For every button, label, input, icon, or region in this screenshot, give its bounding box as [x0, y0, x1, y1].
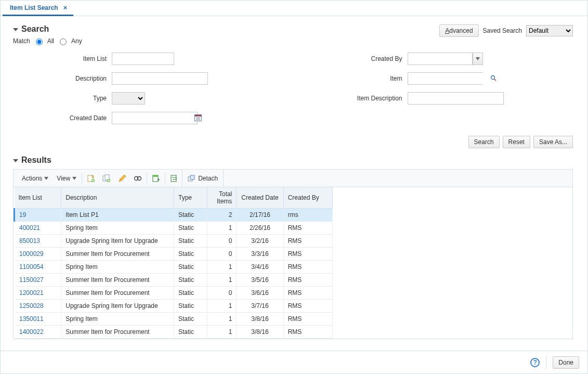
cell-item-list[interactable]: 1250028 [15, 300, 61, 313]
create-from-existing-icon[interactable] [99, 170, 114, 187]
col-item-list[interactable]: Item List [15, 187, 61, 209]
cell-created-by: RMS [283, 274, 332, 287]
cell-total-items: 0 [207, 287, 237, 300]
table-row[interactable]: 1150027Summer Item for ProcurementStatic… [15, 274, 333, 287]
cell-item-list[interactable]: 1200021 [15, 287, 61, 300]
detach-button[interactable]: Detach [182, 170, 224, 187]
cell-item-list[interactable]: 19 [15, 209, 61, 222]
cell-total-items: 1 [207, 261, 237, 274]
col-created-by[interactable]: Created By [283, 187, 332, 209]
table-row[interactable]: 850013Upgrade Spring Item for UpgradeSta… [15, 235, 333, 248]
cell-description: Summer Item for Procurement [61, 274, 174, 287]
cell-item-list[interactable]: 1000029 [15, 248, 61, 261]
advanced-button[interactable]: Advanced [439, 24, 478, 37]
col-created-date[interactable]: Created Date [237, 187, 283, 209]
table-row[interactable]: 400021Spring ItemStatic12/26/16RMS [15, 222, 333, 235]
calendar-icon[interactable] [194, 114, 202, 123]
actions-menu[interactable]: Actions [18, 170, 53, 187]
input-item[interactable] [408, 73, 490, 84]
table-row[interactable]: 1000029Summer Item for ProcurementStatic… [15, 248, 333, 261]
table-row[interactable]: 1400022Summer Item for ProcurementStatic… [15, 326, 333, 339]
col-description[interactable]: Description [61, 187, 174, 209]
tab-item-list-search[interactable]: Item List Search × [3, 1, 73, 16]
label-item-description: Item Description [309, 95, 408, 102]
field-type: Type [13, 92, 278, 105]
cell-type: Static [174, 235, 207, 248]
cell-created-date: 3/5/16 [237, 274, 283, 287]
save-as-button[interactable]: Save As... [533, 136, 573, 148]
match-all-radio[interactable] [36, 38, 43, 45]
table-row[interactable]: 19Item List P1Static22/17/16rms [15, 209, 333, 222]
reset-button[interactable]: Reset [503, 136, 530, 148]
detach-icon [188, 175, 195, 182]
help-icon[interactable]: ? [530, 358, 540, 367]
cell-created-date: 3/3/16 [237, 248, 283, 261]
cell-type: Static [174, 300, 207, 313]
svg-marker-20 [119, 175, 126, 182]
cell-type: Static [174, 209, 207, 222]
wrap-icon[interactable] [166, 170, 182, 187]
cell-description: Spring Item [61, 222, 174, 235]
close-icon[interactable]: × [63, 4, 68, 11]
cell-item-list[interactable]: 1400022 [15, 326, 61, 339]
input-created-date[interactable] [112, 112, 194, 124]
cell-description: Upgrade Spring Item for Upgrade [61, 300, 174, 313]
results-section-header[interactable]: Results [13, 156, 573, 165]
cell-total-items: 2 [207, 209, 237, 222]
input-created-by[interactable] [408, 53, 473, 65]
select-type[interactable] [112, 92, 145, 105]
view-menu[interactable]: View [53, 170, 81, 187]
footer: ? Done [1, 351, 587, 373]
input-item-list[interactable] [112, 53, 174, 65]
create-icon[interactable] [83, 170, 99, 187]
cell-description: Summer Item for Procurement [61, 248, 174, 261]
search-icon[interactable] [490, 75, 496, 83]
cell-created-by: RMS [283, 287, 332, 300]
cell-created-date: 2/26/16 [237, 222, 283, 235]
table-row[interactable]: 1250028Upgrade Spring Item for UpgradeSt… [15, 300, 333, 313]
search-button-row: Search Reset Save As... [13, 136, 573, 148]
view-icon[interactable] [130, 170, 146, 187]
table-row[interactable]: 1100054Spring ItemStatic13/4/16RMS [15, 261, 333, 274]
export-icon[interactable] [148, 170, 164, 187]
results-toolbar: Actions View [13, 169, 573, 187]
disclosure-icon [13, 28, 18, 31]
svg-marker-9 [72, 177, 76, 180]
search-header-row: Search Match All Any Advanced Saved Sear… [13, 24, 573, 49]
cell-item-list[interactable]: 850013 [15, 235, 61, 248]
cell-description: Summer Item for Procurement [61, 287, 174, 300]
date-input-wrap [112, 112, 198, 124]
svg-point-6 [491, 75, 494, 79]
col-type[interactable]: Type [174, 187, 207, 209]
cell-created-date: 3/6/16 [237, 287, 283, 300]
field-description: Description [13, 72, 278, 85]
cell-item-list[interactable]: 1100054 [15, 261, 61, 274]
search-col-left: Item List Description Type Created Date [13, 53, 278, 132]
lov-button-created-by[interactable] [473, 53, 483, 65]
app-frame: Item List Search × Search Match All Any [0, 0, 588, 374]
body-scroll[interactable]: Search Match All Any Advanced Saved Sear… [1, 16, 587, 351]
search-section-header[interactable]: Search [13, 24, 82, 34]
content: Search Match All Any Advanced Saved Sear… [1, 16, 587, 351]
match-any-radio[interactable] [60, 38, 67, 45]
svg-line-7 [494, 79, 496, 81]
cell-created-date: 3/8/16 [237, 326, 283, 339]
svg-rect-25 [153, 175, 158, 177]
field-item-description: Item Description [309, 92, 573, 105]
cell-item-list[interactable]: 1350011 [15, 313, 61, 326]
results-section: Results Actions View [13, 156, 573, 339]
saved-search-select[interactable]: Default [526, 25, 573, 36]
input-item-description[interactable] [408, 92, 504, 105]
col-total-items[interactable]: Total Items [207, 187, 237, 209]
table-row[interactable]: 1200021Summer Item for ProcurementStatic… [15, 287, 333, 300]
cell-created-by: RMS [283, 313, 332, 326]
cell-item-list[interactable]: 1150027 [15, 274, 61, 287]
input-description[interactable] [112, 72, 208, 85]
cell-item-list[interactable]: 400021 [15, 222, 61, 235]
table-row[interactable]: 1350011Spring ItemStatic13/8/16RMS [15, 313, 333, 326]
cell-description: Item List P1 [61, 209, 174, 222]
done-button[interactable]: Done [553, 356, 579, 369]
tab-label: Item List Search [10, 4, 58, 11]
search-button[interactable]: Search [468, 136, 500, 148]
edit-icon[interactable] [114, 170, 130, 187]
